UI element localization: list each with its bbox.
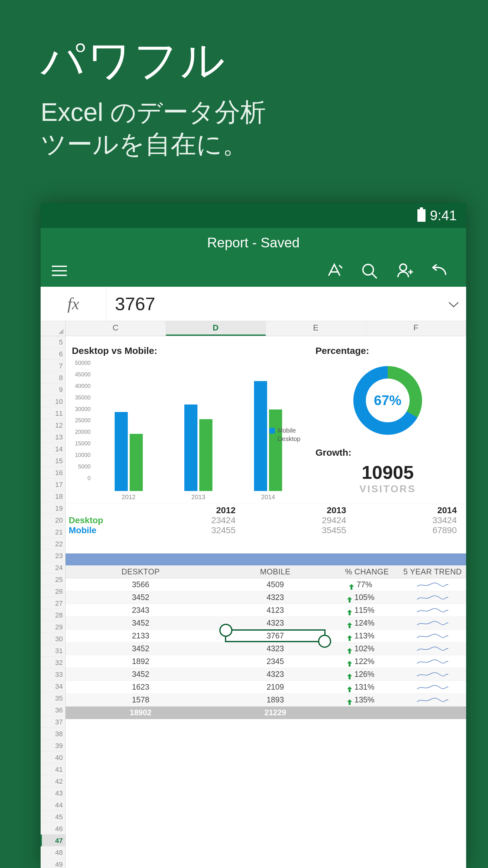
search-icon[interactable]	[360, 263, 379, 279]
row-header-26[interactable]: 26	[41, 585, 65, 597]
table-row[interactable]: 34524323126%	[66, 668, 466, 681]
row-header-14[interactable]: 14	[41, 443, 65, 455]
row-header-25[interactable]: 25	[41, 574, 65, 585]
table-row[interactable]: 23434123115%	[66, 604, 466, 617]
cell-change[interactable]: 131%	[335, 681, 399, 693]
row-header-19[interactable]: 19	[41, 502, 65, 514]
cell-desktop[interactable]: 3452	[66, 668, 216, 681]
table-row[interactable]: 34524323105%	[66, 591, 466, 604]
row-header-31[interactable]: 31	[41, 645, 65, 656]
cell-mobile[interactable]: 4123	[216, 604, 335, 617]
cell-desktop[interactable]: 3452	[66, 642, 216, 655]
cell-change[interactable]: 102%	[335, 642, 399, 655]
cell-desktop[interactable]: 2343	[66, 604, 216, 617]
menu-icon[interactable]	[50, 263, 69, 279]
column-header-C[interactable]: C	[66, 321, 166, 336]
select-all-corner[interactable]	[41, 321, 66, 336]
row-header-43[interactable]: 43	[41, 787, 65, 799]
row-header-29[interactable]: 29	[41, 621, 65, 633]
cell-change[interactable]: 122%	[335, 655, 399, 668]
cell-desktop[interactable]: 3566	[66, 578, 216, 591]
cell-mobile[interactable]: 3767	[216, 629, 335, 642]
cell-change[interactable]: 124%	[335, 617, 399, 629]
column-header-F[interactable]: F	[366, 321, 466, 336]
column-header-D[interactable]: D	[166, 321, 266, 336]
row-header-47[interactable]: 47	[41, 835, 65, 846]
row-header-12[interactable]: 12	[41, 419, 65, 431]
row-header-37[interactable]: 37	[41, 716, 65, 728]
cell-change[interactable]: 113%	[335, 629, 399, 642]
cell-desktop[interactable]: 3452	[66, 591, 216, 604]
share-icon[interactable]	[395, 263, 414, 279]
row-header-46[interactable]: 46	[41, 823, 65, 835]
row-header-24[interactable]: 24	[41, 562, 65, 574]
row-header-35[interactable]: 35	[41, 692, 65, 704]
row-header-40[interactable]: 40	[41, 751, 65, 763]
row-header-44[interactable]: 44	[41, 799, 65, 811]
row-header-27[interactable]: 27	[41, 597, 65, 609]
cell-desktop[interactable]: 1623	[66, 681, 216, 693]
cell-change[interactable]: 135%	[335, 693, 399, 706]
row-header-13[interactable]: 13	[41, 431, 65, 443]
chevron-down-icon[interactable]	[441, 297, 466, 311]
table-row[interactable]: 34524323124%	[66, 617, 466, 629]
row-header-11[interactable]: 11	[41, 407, 65, 419]
row-header-7[interactable]: 7	[41, 360, 65, 372]
cell-mobile[interactable]: 4323	[216, 642, 335, 655]
row-header-15[interactable]: 15	[41, 455, 65, 467]
cell-desktop[interactable]: 3452	[66, 617, 216, 629]
row-header-21[interactable]: 21	[41, 526, 65, 538]
row-header-23[interactable]: 23	[41, 550, 65, 562]
row-header-45[interactable]: 45	[41, 811, 65, 823]
cell-change[interactable]: 115%	[335, 604, 399, 617]
fx-label[interactable]: fx	[41, 287, 106, 321]
row-header-33[interactable]: 33	[41, 669, 65, 680]
row-header-10[interactable]: 10	[41, 396, 65, 407]
row-header-36[interactable]: 36	[41, 704, 65, 716]
cell-change[interactable]: 126%	[335, 668, 399, 681]
cell-change[interactable]: 77%	[335, 578, 399, 591]
row-header-49[interactable]: 49	[41, 858, 65, 868]
cell-change[interactable]: 105%	[335, 591, 399, 604]
row-header-28[interactable]: 28	[41, 609, 65, 621]
table-row[interactable]: 18922345122%	[66, 655, 466, 668]
row-header-17[interactable]: 17	[41, 478, 65, 490]
table-row[interactable]: 16232109131%	[66, 681, 466, 693]
row-header-20[interactable]: 20	[41, 514, 65, 526]
cell-desktop[interactable]: 1578	[66, 693, 216, 706]
formula-value[interactable]: 3767	[106, 293, 441, 314]
cell-mobile[interactable]: 1893	[216, 693, 335, 706]
row-header-22[interactable]: 22	[41, 538, 65, 550]
row-header-34[interactable]: 34	[41, 680, 65, 692]
undo-icon[interactable]	[430, 263, 449, 279]
row-header-39[interactable]: 39	[41, 740, 65, 751]
cell-desktop[interactable]: 2133	[66, 629, 216, 642]
row-header-16[interactable]: 16	[41, 467, 65, 478]
cell-desktop[interactable]: 1892	[66, 655, 216, 668]
table-row[interactable]: 21333767113%	[66, 629, 466, 642]
cell-mobile[interactable]: 2109	[216, 681, 335, 693]
row-header-41[interactable]: 41	[41, 763, 65, 775]
cell-mobile[interactable]: 4323	[216, 617, 335, 629]
cell-mobile[interactable]: 2345	[216, 655, 335, 668]
row-header-32[interactable]: 32	[41, 656, 65, 669]
row-header-8[interactable]: 8	[41, 372, 65, 383]
cell-mobile[interactable]: 4509	[216, 578, 335, 591]
row-header-18[interactable]: 18	[41, 490, 65, 502]
table-row[interactable]: 15781893135%	[66, 693, 466, 706]
row-header-6[interactable]: 6	[41, 348, 65, 360]
column-header-E[interactable]: E	[266, 321, 366, 336]
cell-mobile[interactable]: 4323	[216, 591, 335, 604]
row-header-30[interactable]: 30	[41, 633, 65, 645]
cells-canvas[interactable]: Desktop vs Mobile: 500004500040000350003…	[66, 336, 466, 868]
row-header-42[interactable]: 42	[41, 775, 65, 787]
table-row[interactable]: 34524323102%	[66, 642, 466, 655]
cell-mobile[interactable]: 4323	[216, 668, 335, 681]
table-row[interactable]: 3566450977%	[66, 578, 466, 591]
row-header-38[interactable]: 38	[41, 728, 65, 740]
row-header-48[interactable]: 48	[41, 846, 65, 858]
spreadsheet-body[interactable]: 5678910111213141516171819202122232425262…	[41, 336, 466, 868]
row-header-9[interactable]: 9	[41, 383, 65, 396]
format-icon[interactable]	[325, 263, 344, 279]
row-header-5[interactable]: 5	[41, 336, 65, 348]
